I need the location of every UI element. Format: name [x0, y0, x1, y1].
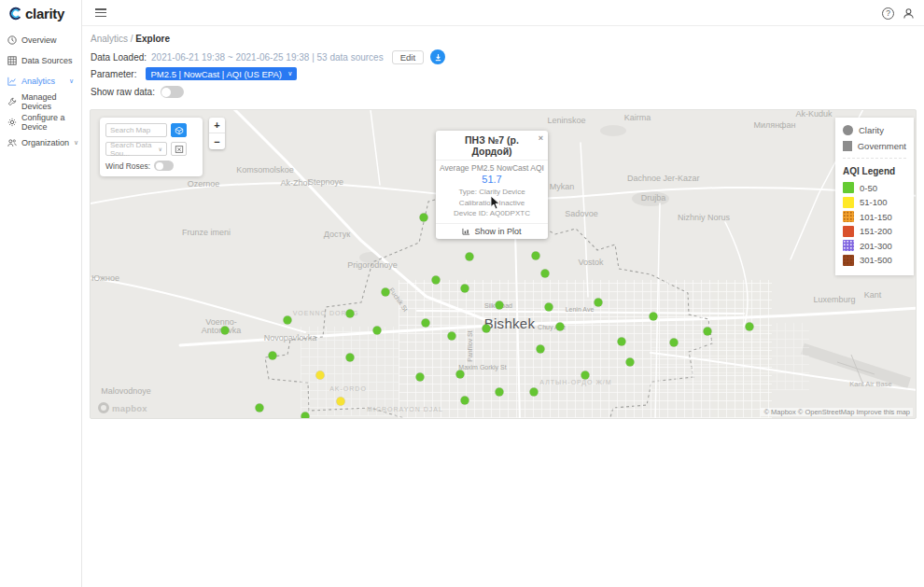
aqi-legend-item: 151-200	[843, 226, 906, 237]
download-button[interactable]	[430, 49, 445, 64]
device-marker-yellow[interactable]	[337, 398, 345, 406]
device-marker-green[interactable]	[541, 270, 550, 278]
map-place-label: Panfilov St	[467, 330, 473, 361]
mouse-cursor	[490, 196, 500, 210]
device-marker-green[interactable]	[530, 388, 539, 397]
top-header: ?	[82, 0, 924, 26]
map-style-button[interactable]	[171, 123, 187, 137]
device-marker-green[interactable]	[221, 327, 230, 335]
device-marker-green[interactable]	[284, 316, 292, 325]
chevron-down-icon: ∨	[69, 77, 74, 85]
device-marker-green[interactable]	[432, 276, 441, 285]
show-raw-data-toggle[interactable]	[161, 86, 184, 98]
device-marker-green[interactable]	[269, 352, 277, 360]
device-marker-green[interactable]	[618, 338, 626, 346]
device-marker-green[interactable]	[595, 299, 603, 307]
sidebar-item-managed-devices[interactable]: Managed Devices	[0, 91, 81, 112]
show-in-plot-button[interactable]: Show in Plot	[436, 223, 548, 239]
sidebar-item-label: Organization	[21, 138, 69, 147]
device-marker-green[interactable]	[537, 345, 545, 354]
zoom-out-button[interactable]: −	[209, 133, 225, 149]
breadcrumb-analytics[interactable]: Analytics	[91, 34, 128, 44]
aqi-range-label: 151-200	[860, 226, 892, 236]
device-marker-green[interactable]	[496, 301, 504, 310]
device-marker-green[interactable]	[461, 285, 469, 293]
sidebar-item-label: Configure a Device	[21, 113, 74, 132]
help-icon[interactable]: ?	[882, 7, 894, 20]
device-marker-green[interactable]	[746, 323, 754, 331]
device-marker-green[interactable]	[483, 325, 491, 333]
mapbox-icon	[98, 402, 109, 413]
sidebar-item-overview[interactable]: Overview	[0, 30, 81, 50]
clarity-marker-icon	[843, 125, 853, 135]
mapbox-logo[interactable]: mapbox	[98, 402, 147, 413]
legend-source-clarity: Clarity	[843, 125, 906, 135]
device-marker-green[interactable]	[382, 288, 390, 297]
device-marker-green[interactable]	[670, 339, 679, 347]
device-marker-green[interactable]	[301, 412, 310, 420]
map-place-label: Достук	[324, 230, 350, 239]
device-marker-green[interactable]	[346, 310, 355, 318]
device-marker-green[interactable]	[416, 373, 425, 382]
search-data-sources-select[interactable]: Search Data Sou... ∨	[105, 142, 167, 156]
sidebar-item-data-sources[interactable]: Data Sources	[0, 50, 81, 71]
aqi-legend-item: 0-50	[843, 182, 906, 193]
user-icon[interactable]	[903, 7, 915, 20]
data-loaded-label: Data Loaded:	[91, 52, 147, 63]
sidebar-item-configure-device[interactable]: Configure a Device	[0, 112, 81, 133]
map-attribution[interactable]: © Mapbox © OpenStreetMap Improve this ma…	[761, 408, 913, 416]
device-marker-green[interactable]	[466, 253, 474, 261]
map-place-label: Jer-Kazar	[663, 174, 699, 183]
wind-roses-toggle[interactable]	[154, 161, 174, 171]
map-canvas[interactable]: LeninskoeKairmaМилянфанAk-KudukKomsomols…	[90, 109, 917, 419]
zoom-in-button[interactable]: +	[209, 118, 225, 133]
device-marker-green[interactable]	[256, 404, 264, 412]
device-marker-green[interactable]	[422, 319, 430, 328]
device-marker-green[interactable]	[556, 323, 565, 331]
chevron-down-icon: ∨	[159, 146, 162, 152]
logo-text: clarity	[25, 6, 64, 21]
device-marker-green[interactable]	[373, 327, 382, 335]
map-place-label: Vostok	[578, 258, 603, 267]
device-marker-green[interactable]	[346, 354, 355, 362]
sidebar-nav: Overview Data Sources Analytics ∨ Manage…	[0, 26, 81, 153]
cube-icon	[175, 126, 184, 135]
device-marker-green[interactable]	[461, 397, 469, 405]
clarity-logo[interactable]: clarity	[0, 0, 81, 26]
map-place-label: Bishkek	[484, 315, 536, 331]
map-place-label: Nizhniy Norus	[678, 213, 730, 222]
device-marker-green[interactable]	[650, 313, 658, 321]
parameter-value: PM2.5 | NowCast | AQI (US EPA)	[150, 69, 281, 79]
legend-source-label: Clarity	[859, 125, 884, 135]
aqi-range-label: 0-50	[860, 183, 877, 193]
device-marker-green[interactable]	[420, 214, 428, 222]
download-icon	[434, 53, 442, 62]
device-marker-green[interactable]	[448, 332, 456, 341]
device-marker-green[interactable]	[545, 303, 553, 312]
sidebar-item-analytics[interactable]: Analytics ∨	[0, 71, 81, 91]
sidebar-item-label: Analytics	[21, 77, 55, 86]
aqi-legend-item: 301-500	[843, 255, 906, 266]
device-marker-green[interactable]	[496, 388, 504, 397]
sidebar-item-label: Overview	[21, 35, 57, 45]
device-marker-green[interactable]	[626, 358, 635, 367]
device-marker-green[interactable]	[704, 328, 712, 336]
aqi-color-swatch	[843, 255, 854, 266]
map-place-label: Stepnoye	[308, 177, 343, 187]
device-marker-green[interactable]	[456, 370, 465, 379]
parameter-dropdown[interactable]: PM2.5 | NowCast | AQI (US EPA) ∨	[146, 67, 297, 80]
clock-icon	[7, 35, 17, 45]
map-place-label: Novopavlovka	[264, 333, 317, 342]
menu-toggle-icon[interactable]	[95, 8, 106, 17]
wrench-icon	[7, 97, 17, 106]
device-marker-green[interactable]	[581, 371, 590, 380]
search-map-input[interactable]	[105, 123, 167, 137]
sidebar-item-organization[interactable]: Organization ∨	[0, 133, 81, 153]
clear-selection-button[interactable]	[171, 142, 187, 156]
device-marker-yellow[interactable]	[316, 371, 325, 380]
close-icon[interactable]: ×	[539, 133, 543, 143]
map-place-label: Malovodnoye	[101, 386, 151, 396]
aqi-color-swatch	[843, 182, 854, 193]
edit-button[interactable]: Edit	[392, 50, 424, 64]
device-marker-green[interactable]	[532, 252, 540, 260]
